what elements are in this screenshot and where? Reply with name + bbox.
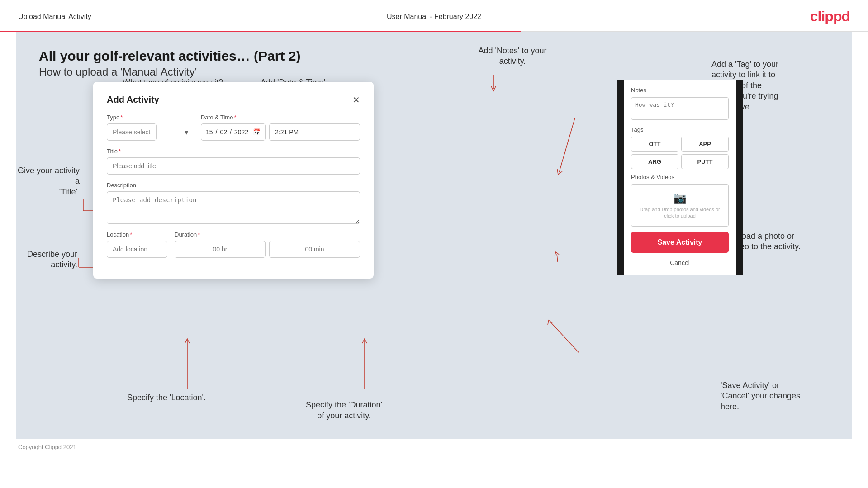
svg-line-10 [557, 254, 558, 262]
type-select[interactable]: Please select [107, 123, 157, 141]
annotation-upload: Upload a photo or video to the activity. [730, 231, 843, 252]
main-content: All your golf-relevant activities… (Part… [16, 32, 852, 439]
tag-ott[interactable]: OTT [631, 137, 678, 152]
tag-putt[interactable]: PUTT [681, 154, 729, 169]
annotation-describe: Describe your activity. [12, 249, 77, 270]
notes-textarea[interactable] [631, 97, 729, 120]
modal-header: Add Activity ✕ [107, 95, 360, 105]
datetime-group: Date & Time* 15 / 02 / 2022 📅 [201, 114, 360, 141]
date-input[interactable]: 15 / 02 / 2022 📅 [201, 123, 266, 141]
title-group: Title* [107, 148, 360, 175]
type-select-wrapper[interactable]: Please select [107, 123, 194, 141]
svg-line-9 [559, 118, 575, 172]
duration-min-input[interactable] [269, 241, 360, 258]
type-group: Type* Please select [107, 114, 194, 141]
annotation-notes: Add 'Notes' to your activity. [467, 46, 558, 67]
page-title-center: User Manual - February 2022 [387, 13, 481, 21]
phone-inner: Notes Tags OTT APP ARG PUTT Photos & Vid… [624, 80, 736, 275]
modal-close-button[interactable]: ✕ [352, 95, 360, 104]
top-bar: Upload Manual Activity User Manual - Feb… [0, 0, 868, 25]
photos-placeholder-text: Drag and Drop photos and videos or click… [640, 207, 720, 218]
duration-hr-input[interactable] [175, 241, 266, 258]
cancel-button[interactable]: Cancel [631, 257, 729, 268]
tags-label: Tags [631, 126, 729, 133]
duration-group: Duration* [175, 231, 360, 258]
section-subtitle: How to upload a 'Manual Activity' [39, 66, 829, 78]
annotation-title: Give your activity a 'Title'. [12, 166, 80, 197]
photo-icon: 📷 [639, 192, 721, 204]
type-datetime-row: Type* Please select Date & Time* 15 / 02 [107, 114, 360, 141]
phone-mockup: Notes Tags OTT APP ARG PUTT Photos & Vid… [617, 80, 743, 275]
add-activity-modal: Add Activity ✕ Type* Please select Date … [93, 82, 374, 279]
svg-line-11 [550, 322, 579, 353]
duration-label: Duration* [175, 231, 360, 238]
description-label: Description [107, 182, 360, 189]
copyright: Copyright Clippd 2021 [0, 439, 868, 455]
datetime-label: Date & Time* [201, 114, 360, 121]
modal-title: Add Activity [107, 95, 159, 105]
location-input[interactable] [107, 241, 167, 258]
save-activity-button[interactable]: Save Activity [631, 232, 729, 253]
tag-arg[interactable]: ARG [631, 154, 678, 169]
phone-left-border [617, 80, 624, 275]
phone-right-border [736, 80, 743, 275]
page-title-left: Upload Manual Activity [18, 13, 91, 21]
description-textarea[interactable] [107, 191, 360, 224]
title-label: Title* [107, 148, 360, 155]
logo: clippd [810, 8, 850, 25]
description-group: Description [107, 182, 360, 224]
location-label: Location* [107, 231, 167, 238]
title-input[interactable] [107, 157, 360, 175]
notes-label: Notes [631, 87, 729, 94]
location-group: Location* [107, 231, 167, 258]
time-input[interactable] [269, 123, 360, 141]
annotation-location: Specify the 'Location'. [127, 393, 206, 403]
location-duration-row: Location* Duration* [107, 231, 360, 258]
section-title: All your golf-relevant activities… (Part… [39, 48, 829, 64]
calendar-icon: 📅 [253, 128, 261, 136]
tag-app[interactable]: APP [681, 137, 729, 152]
photos-upload-area[interactable]: 📷 Drag and Drop photos and videos or cli… [631, 184, 729, 227]
photos-label: Photos & Videos [631, 174, 729, 180]
tags-grid: OTT APP ARG PUTT [631, 137, 729, 169]
type-label: Type* [107, 114, 194, 121]
annotation-save: 'Save Activity' or 'Cancel' your changes… [721, 380, 843, 412]
annotation-duration: Specify the 'Duration' of your activity. [306, 400, 382, 421]
